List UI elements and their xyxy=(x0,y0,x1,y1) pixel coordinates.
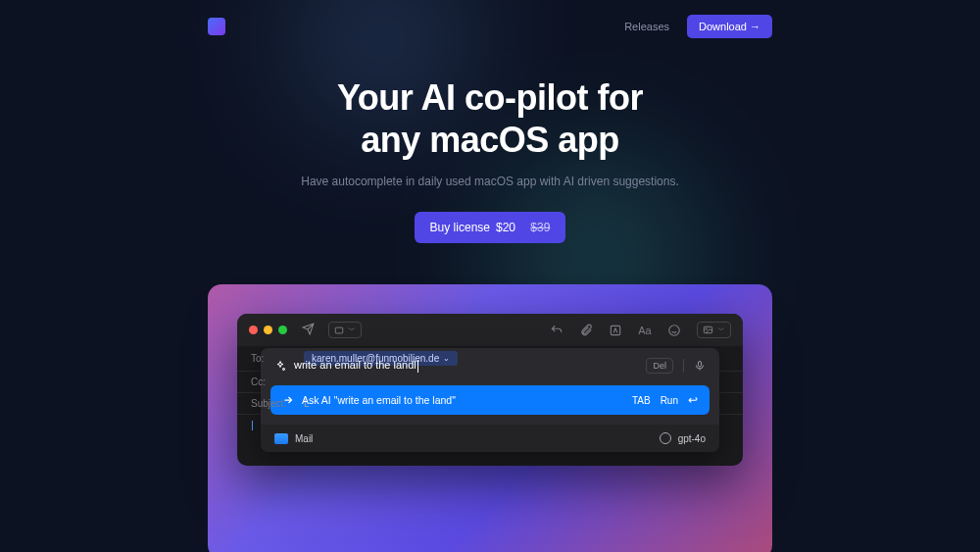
send-icon[interactable] xyxy=(301,322,315,335)
model-name: gpt-4o xyxy=(678,433,706,444)
svg-point-4 xyxy=(706,328,707,329)
close-icon[interactable] xyxy=(249,326,258,334)
releases-link[interactable]: Releases xyxy=(624,21,669,32)
mail-app-icon xyxy=(274,433,288,444)
emoji-icon[interactable] xyxy=(667,324,681,337)
svg-rect-0 xyxy=(335,327,343,333)
header-dropdown[interactable]: ﹀ xyxy=(328,322,362,338)
minimize-icon[interactable] xyxy=(264,326,272,334)
svg-rect-1 xyxy=(611,326,619,334)
tab-hint: TAB xyxy=(632,395,651,406)
window-titlebar: ﹀ Aa ﹀ xyxy=(237,314,743,346)
model-selector[interactable]: gpt-4o xyxy=(660,432,706,444)
arrow-right-icon xyxy=(282,394,294,406)
ai-input-text[interactable]: write an email to the landl xyxy=(294,359,418,373)
hero-title: Your AI co-pilot for any macOS app xyxy=(0,76,980,161)
logo-icon[interactable] xyxy=(208,18,225,35)
photo-dropdown[interactable]: ﹀ xyxy=(697,322,731,338)
maximize-icon[interactable] xyxy=(278,326,287,334)
divider xyxy=(683,359,684,373)
site-header: Releases Download → xyxy=(208,12,772,41)
buy-license-button[interactable]: Buy license $20 $39 xyxy=(415,212,566,243)
ai-popup: write an email to the landl Del Ask AI "… xyxy=(261,348,719,452)
hero-section: Your AI co-pilot for any macOS app Have … xyxy=(0,76,980,243)
app-name: Mail xyxy=(295,433,313,444)
hero-subtitle: Have autocomplete in daily used macOS ap… xyxy=(0,175,980,188)
mail-window: ﹀ Aa ﹀ xyxy=(237,314,743,466)
download-button[interactable]: Download → xyxy=(687,15,772,38)
mic-icon[interactable] xyxy=(694,360,706,372)
svg-rect-5 xyxy=(699,362,702,368)
traffic-lights[interactable] xyxy=(249,326,287,334)
format-icon[interactable] xyxy=(609,324,622,337)
attachment-icon[interactable] xyxy=(579,324,593,337)
enter-icon: ↩ xyxy=(688,393,698,407)
openai-icon xyxy=(660,432,671,444)
sparkle-icon xyxy=(274,360,286,372)
text-style-icon[interactable]: Aa xyxy=(638,324,652,337)
demo-gradient-panel: ﹀ Aa ﹀ xyxy=(208,284,772,552)
run-hint: Run xyxy=(661,395,678,406)
delete-button[interactable]: Del xyxy=(646,358,673,374)
reply-icon[interactable] xyxy=(550,324,564,337)
cc-label: Cc: xyxy=(251,376,296,387)
ask-ai-suggestion[interactable]: Ask AI "write an email to the land" TAB … xyxy=(270,385,710,415)
svg-point-2 xyxy=(669,325,680,335)
